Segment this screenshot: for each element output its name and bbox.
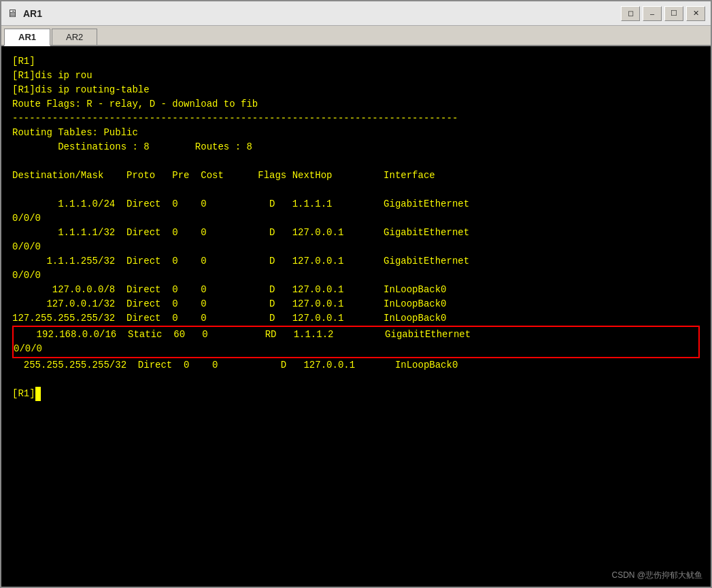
restore-button[interactable]: ◻ [621, 6, 640, 21]
minimize-button[interactable]: – [643, 6, 662, 21]
close-button[interactable]: ✕ [686, 6, 705, 21]
watermark: CSDN @悲伤抑郁大鱿鱼 [611, 569, 702, 581]
static-route-line1: 192.168.0.0/16 Static 60 0 RD 1.1.1.2 Gi… [14, 328, 698, 356]
window-title: AR1 [23, 8, 42, 19]
terminal-area[interactable]: [R1] [R1]dis ip rou [R1]dis ip routing-t… [1, 46, 711, 587]
app-icon: 🖥 [7, 7, 18, 20]
window-controls: ◻ – ☐ ✕ [621, 6, 705, 21]
title-bar-left: 🖥 AR1 [7, 7, 42, 20]
tab-ar2[interactable]: AR2 [52, 29, 97, 45]
main-window: 🖥 AR1 ◻ – ☐ ✕ AR1 AR2 [R1] [R1]dis ip ro… [0, 0, 712, 588]
maximize-button[interactable]: ☐ [664, 6, 683, 21]
tab-bar: AR1 AR2 [1, 26, 711, 46]
title-bar: 🖥 AR1 ◻ – ☐ ✕ [1, 1, 711, 26]
terminal-output-end: 255.255.255.255/32 Direct 0 0 D 127.0.0.… [12, 358, 700, 401]
static-route-highlight: 192.168.0.0/16 Static 60 0 RD 1.1.1.2 Gi… [12, 326, 700, 358]
tab-ar1[interactable]: AR1 [4, 29, 50, 46]
terminal-output: [R1] [R1]dis ip rou [R1]dis ip routing-t… [12, 54, 700, 326]
highlight-section: 192.168.0.0/16 Static 60 0 RD 1.1.1.2 Gi… [12, 326, 700, 358]
